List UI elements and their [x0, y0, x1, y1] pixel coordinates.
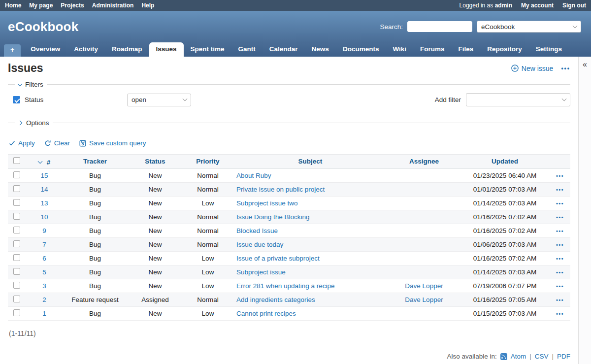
subject-column-header[interactable]: Subject — [232, 155, 388, 169]
subject-link[interactable]: Error 281 when updating a recipe — [236, 282, 335, 290]
row-more-button[interactable]: ••• — [556, 200, 564, 206]
row-more-button[interactable]: ••• — [556, 228, 564, 234]
top-menu-sign-out[interactable]: Sign out — [562, 2, 586, 9]
add-tab-button[interactable]: + — [4, 44, 21, 57]
tab-documents[interactable]: Documents — [336, 42, 386, 57]
issue-id-link[interactable]: 9 — [42, 227, 46, 234]
row-more-button[interactable]: ••• — [556, 311, 564, 317]
collapse-sidebar-icon[interactable]: « — [583, 61, 587, 68]
subject-link[interactable]: Add ingredients categories — [236, 296, 315, 303]
row-checkbox[interactable] — [13, 185, 20, 192]
id-column-header[interactable]: # — [26, 155, 63, 169]
add-filter-select[interactable] — [466, 93, 570, 106]
issue-id-link[interactable]: 3 — [42, 282, 46, 290]
search-input[interactable] — [407, 21, 472, 32]
subject-link[interactable]: Issue Doing the Blocking — [236, 213, 310, 221]
top-menu-my-page[interactable]: My page — [29, 2, 53, 9]
project-jump-select[interactable]: eCookbook — [477, 21, 581, 33]
issue-id-link[interactable]: 13 — [40, 199, 48, 207]
top-menu-projects[interactable]: Projects — [61, 2, 84, 9]
updated-column-header[interactable]: Updated — [460, 155, 550, 169]
top-menu-my-account[interactable]: My account — [521, 2, 554, 9]
subject-link[interactable]: Issue due today — [236, 241, 283, 248]
row-checkbox[interactable] — [13, 309, 20, 316]
row-more-button[interactable]: ••• — [556, 256, 564, 262]
subject-link[interactable]: Subproject issue two — [236, 199, 298, 207]
row-checkbox[interactable] — [13, 268, 20, 275]
row-checkbox[interactable] — [13, 296, 20, 302]
tab-files[interactable]: Files — [452, 42, 481, 57]
row-more-button[interactable]: ••• — [556, 283, 564, 289]
row-more-button[interactable]: ••• — [556, 187, 564, 193]
issue-id-link[interactable]: 1 — [42, 310, 46, 317]
pdf-export-link[interactable]: PDF — [557, 353, 570, 360]
tab-wiki[interactable]: Wiki — [386, 42, 413, 57]
csv-export-link[interactable]: CSV — [535, 353, 549, 360]
row-more-button[interactable]: ••• — [556, 214, 564, 220]
row-checkbox[interactable] — [13, 213, 20, 220]
tab-forums[interactable]: Forums — [413, 42, 452, 57]
atom-export-link[interactable]: Atom — [511, 353, 526, 360]
status-operator-select[interactable]: open — [127, 94, 191, 106]
subject-link[interactable]: Cannot print recipes — [236, 310, 296, 317]
row-checkbox[interactable] — [13, 240, 20, 247]
username[interactable]: admin — [495, 2, 512, 9]
tab-gantt[interactable]: Gantt — [231, 42, 263, 57]
issue-id-link[interactable]: 10 — [40, 213, 48, 221]
top-menu-administration[interactable]: Administration — [92, 2, 134, 9]
tab-activity[interactable]: Activity — [67, 42, 105, 57]
row-more-button[interactable]: ••• — [556, 297, 564, 303]
top-menu-home[interactable]: Home — [5, 2, 21, 9]
row-checkbox[interactable] — [13, 199, 20, 206]
row-more-button[interactable]: ••• — [556, 173, 564, 179]
row-checkbox[interactable] — [13, 282, 20, 289]
tracker-cell: Bug — [63, 265, 127, 279]
priority-column-header[interactable]: Priority — [183, 155, 232, 169]
options-legend[interactable]: Options — [15, 119, 53, 127]
filters-legend[interactable]: Filters — [15, 81, 47, 88]
issue-id-link[interactable]: 14 — [40, 186, 48, 193]
status-column-header[interactable]: Status — [127, 155, 183, 169]
tab-calendar[interactable]: Calendar — [263, 42, 305, 57]
row-checkbox[interactable] — [13, 254, 20, 261]
tab-roadmap[interactable]: Roadmap — [105, 42, 149, 57]
subject-link[interactable]: Issue of a private subproject — [236, 255, 320, 262]
tab-issues[interactable]: Issues — [149, 42, 184, 57]
subject-link[interactable]: Blocked Issue — [236, 227, 278, 234]
issue-id-link[interactable]: 7 — [42, 241, 46, 248]
assignee-link[interactable]: Dave Lopper — [405, 296, 443, 303]
subject-link[interactable]: Private issue on public project — [236, 186, 325, 193]
issue-id-link[interactable]: 5 — [42, 268, 46, 276]
issue-id-cell: 5 — [26, 265, 63, 279]
subject-cell: Issue Doing the Blocking — [232, 210, 388, 224]
save-custom-query-button[interactable]: Save custom query — [79, 139, 146, 147]
tab-repository[interactable]: Repository — [480, 42, 529, 57]
apply-button[interactable]: Apply — [9, 139, 35, 147]
tracker-cell: Feature request — [63, 293, 127, 306]
tracker-column-header[interactable]: Tracker — [63, 155, 127, 169]
issue-id-link[interactable]: 6 — [42, 255, 46, 262]
issue-id-link[interactable]: 15 — [40, 172, 48, 179]
new-issue-button[interactable]: New issue — [511, 65, 554, 72]
clear-button[interactable]: Clear — [44, 139, 70, 147]
row-checkbox[interactable] — [13, 171, 20, 178]
tab-news[interactable]: News — [305, 42, 336, 57]
top-menu-help[interactable]: Help — [141, 2, 154, 9]
assignee-link[interactable]: Dave Lopper — [405, 282, 443, 290]
id-header-label[interactable]: # — [47, 159, 51, 166]
row-more-button[interactable]: ••• — [556, 242, 564, 248]
row-more-button[interactable]: ••• — [556, 269, 564, 275]
row-checkbox[interactable] — [13, 227, 20, 233]
assignee-column-header[interactable]: Assignee — [388, 155, 460, 169]
issue-id-link[interactable]: 2 — [42, 296, 46, 303]
tab-settings[interactable]: Settings — [529, 42, 569, 57]
subject-link[interactable]: About Ruby — [236, 172, 271, 179]
toggle-groups-icon[interactable] — [37, 159, 42, 164]
issue-id-cell: 2 — [26, 293, 63, 306]
tab-spent-time[interactable]: Spent time — [184, 42, 231, 57]
tab-overview[interactable]: Overview — [24, 42, 67, 57]
status-filter-checkbox[interactable] — [13, 96, 20, 103]
select-all-checkbox[interactable] — [13, 157, 20, 164]
subject-link[interactable]: Subproject issue — [236, 268, 286, 276]
more-actions-button[interactable]: ••• — [561, 65, 570, 72]
